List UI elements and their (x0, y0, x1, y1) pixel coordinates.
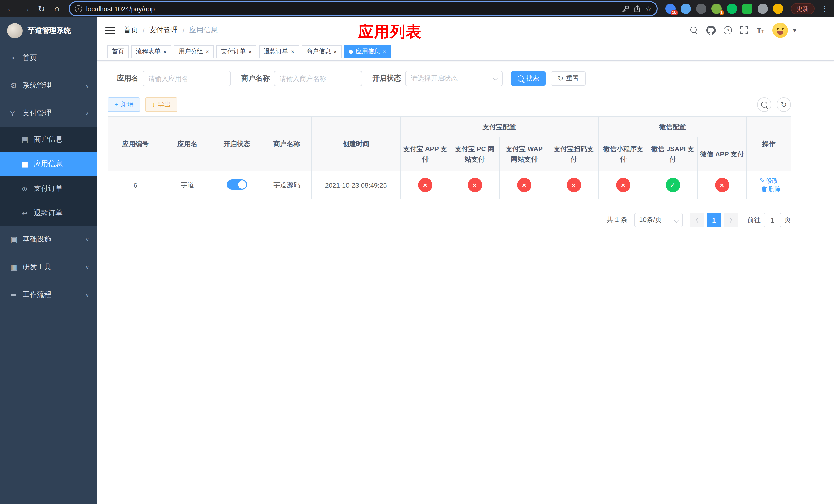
tab-label: 支付订单 (221, 47, 246, 56)
close-icon[interactable]: × (382, 48, 386, 54)
prev-page-button[interactable] (690, 213, 704, 227)
tab-merchant-info[interactable]: 商户信息 × (302, 45, 342, 58)
goto-prefix: 前往 (747, 215, 761, 225)
search-icon[interactable] (690, 26, 698, 34)
download-icon: ↓ (152, 101, 155, 108)
user-avatar[interactable] (773, 23, 788, 38)
help-icon[interactable]: ? (724, 26, 732, 35)
next-page-button[interactable] (724, 213, 738, 227)
bookmark-star-icon[interactable]: ☆ (645, 5, 652, 13)
page-size-select[interactable]: 10条/页 (635, 213, 683, 227)
reset-button[interactable]: ↻ 重置 (551, 71, 586, 86)
chevron-down-icon (493, 76, 498, 81)
active-tab-dot (349, 49, 353, 53)
goto-page-input[interactable] (764, 213, 781, 227)
fullscreen-icon[interactable] (740, 26, 748, 35)
reload-icon[interactable]: ↻ (35, 2, 48, 15)
app-name-input[interactable] (142, 71, 231, 86)
sidebar-item-payment[interactable]: ¥ 支付管理 ∧ (0, 99, 97, 127)
extension-icon[interactable] (742, 4, 752, 14)
tab-app-info[interactable]: 应用信息 × (344, 45, 391, 58)
export-button[interactable]: ↓ 导出 (146, 97, 177, 112)
export-button-label: 导出 (158, 100, 171, 109)
avatar-caret-icon[interactable]: ▾ (793, 27, 796, 33)
cell-wx-lite: × (598, 171, 648, 199)
close-icon[interactable]: × (206, 48, 209, 54)
chevron-left-icon (695, 217, 700, 223)
search-icon (761, 101, 768, 108)
search-button[interactable]: 搜索 (511, 71, 546, 86)
site-info-icon[interactable]: i (75, 5, 82, 12)
sidebar-item-home[interactable]: ◔ 首页 (0, 44, 97, 72)
forward-icon[interactable]: → (20, 2, 33, 15)
browser-toolbar: ← → ↻ ⌂ i localhost:1024/pay/app ☆ 10 1 (0, 0, 834, 18)
tab-pay-order[interactable]: 支付订单 × (216, 45, 257, 58)
extension-icon[interactable]: 10 (665, 4, 676, 14)
merchant-name-input[interactable] (274, 71, 362, 86)
back-icon[interactable]: ← (4, 2, 18, 15)
breadcrumb: 首页 / 支付管理 / 应用信息 (124, 26, 218, 35)
url-bar[interactable]: i localhost:1024/pay/app ☆ (70, 2, 657, 15)
page-number-button[interactable]: 1 (707, 213, 721, 227)
close-icon[interactable]: × (248, 48, 252, 54)
search-button-label: 搜索 (526, 74, 539, 83)
sidebar-item-system[interactable]: ⚙ 系统管理 ∨ (0, 72, 97, 99)
sidebar-item-label: 研发工具 (23, 262, 51, 272)
sidebar-item-infrastructure[interactable]: ▣ 基础设施 ∨ (0, 226, 97, 253)
cell-alipay-app: × (400, 171, 450, 199)
edit-icon: ✎ (760, 177, 765, 184)
extension-icon[interactable] (696, 4, 706, 14)
tab-process-form[interactable]: 流程表单 × (131, 45, 171, 58)
breadcrumb-separator: / (182, 26, 185, 35)
sidebar-item-workflow[interactable]: ≣ 工作流程 ∨ (0, 281, 97, 308)
refresh-table-button[interactable]: ↻ (776, 97, 791, 112)
sidebar-item-devtools[interactable]: ▥ 研发工具 ∨ (0, 253, 97, 281)
add-button[interactable]: + 新增 (108, 97, 140, 112)
extension-icon[interactable] (727, 4, 737, 14)
chevron-down-icon: ∨ (85, 237, 89, 242)
sidebar-subitem-pay-order[interactable]: ⊕ 支付订单 (0, 176, 97, 201)
col-header-status: 开启状态 (212, 117, 262, 171)
sidebar-toggle-icon[interactable] (105, 27, 115, 34)
cell-alipay-wap: × (499, 171, 549, 199)
profile-avatar-icon[interactable] (773, 4, 783, 14)
sidebar-subitem-app-info[interactable]: ▦ 应用信息 (0, 152, 97, 176)
sidebar-subitem-refund-order[interactable]: ↩ 退款订单 (0, 201, 97, 226)
add-button-label: 新增 (121, 100, 134, 109)
tab-user-group[interactable]: 用户分组 × (174, 45, 214, 58)
status-select[interactable]: 请选择开启状态 (405, 71, 503, 86)
home-icon[interactable]: ⌂ (50, 2, 64, 15)
infrastructure-icon: ▣ (10, 235, 23, 244)
chevron-right-icon (728, 217, 733, 223)
breadcrumb-item-home[interactable]: 首页 (124, 26, 138, 35)
close-icon[interactable]: × (163, 48, 167, 54)
share-icon[interactable] (634, 5, 641, 13)
extension-icon[interactable]: 1 (711, 4, 722, 14)
close-icon[interactable]: × (333, 48, 337, 54)
col-header-wx-app: 微信 APP 支付 (697, 137, 747, 171)
chrome-update-button[interactable]: 更新 (791, 3, 814, 14)
tab-refund-order[interactable]: 退款订单 × (259, 45, 299, 58)
table-toolbar: + 新增 ↓ 导出 ↻ (108, 97, 791, 112)
status-toggle[interactable] (227, 179, 247, 189)
gear-icon: ⚙ (10, 81, 23, 90)
tab-home[interactable]: 首页 (107, 45, 129, 58)
delete-link[interactable]: 删除 (761, 185, 781, 194)
table-row: 6 芋道 芋道源码 2021-10-23 08:49:25 × × × × × … (108, 171, 791, 199)
refund-icon: ↩ (22, 209, 34, 217)
edit-link[interactable]: ✎修改 (760, 176, 778, 185)
sidebar-item-label: 首页 (23, 53, 37, 63)
card-icon: ▤ (22, 135, 34, 143)
font-size-icon[interactable]: TT (756, 26, 765, 34)
breadcrumb-item-payment[interactable]: 支付管理 (149, 26, 178, 35)
close-icon[interactable]: × (291, 48, 294, 54)
extension-icon[interactable] (681, 4, 691, 14)
github-icon[interactable] (706, 26, 716, 35)
browser-menu-icon[interactable]: ⋮ (820, 4, 830, 13)
password-key-icon[interactable] (622, 5, 630, 13)
sidebar-subitem-merchant-info[interactable]: ▤ 商户信息 (0, 127, 97, 152)
tab-label: 退款订单 (264, 47, 288, 56)
status-select-placeholder: 请选择开启状态 (411, 74, 458, 83)
toggle-search-button[interactable] (757, 97, 771, 112)
puzzle-icon[interactable] (758, 4, 768, 14)
